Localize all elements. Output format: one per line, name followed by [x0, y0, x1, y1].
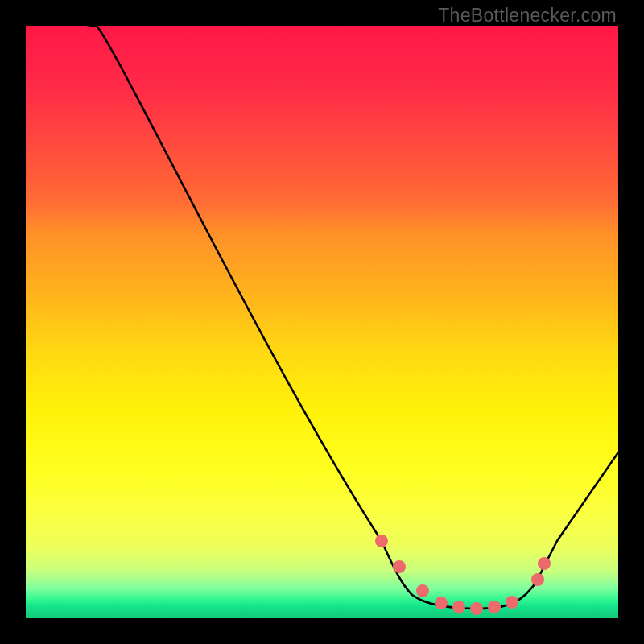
curve-layer	[26, 26, 618, 618]
data-marker	[531, 573, 544, 586]
chart-frame: TheBottlenecker.com	[0, 0, 644, 644]
data-marker	[470, 602, 483, 615]
data-marker	[375, 535, 388, 547]
data-marker	[393, 560, 406, 573]
data-marker	[452, 601, 465, 613]
data-marker	[538, 557, 551, 570]
bottleneck-curve	[26, 26, 618, 609]
data-marker	[435, 597, 448, 609]
data-marker	[416, 584, 429, 597]
watermark-text: TheBottlenecker.com	[438, 5, 617, 27]
marker-group	[375, 535, 551, 615]
data-marker	[488, 601, 501, 613]
plot-area	[26, 26, 618, 618]
data-marker	[506, 596, 518, 609]
